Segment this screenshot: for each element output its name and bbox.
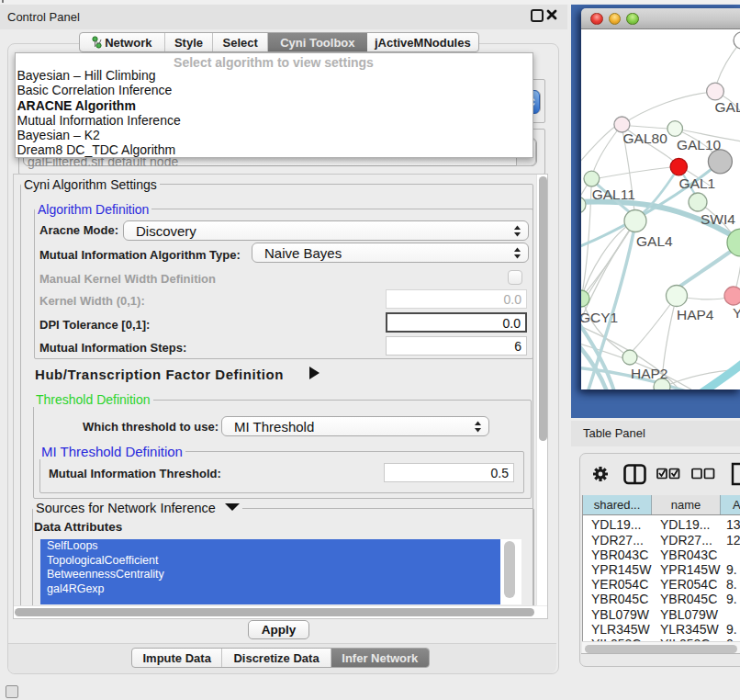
svg-text:SWI4: SWI4 — [701, 211, 735, 227]
svg-text:HAP2: HAP2 — [631, 366, 668, 381]
svg-text:HAP4: HAP4 — [677, 307, 714, 322]
svg-text:GAL7: GAL7 — [715, 99, 740, 115]
svg-text:GAL10: GAL10 — [677, 137, 722, 152]
svg-text:GAL80: GAL80 — [623, 130, 668, 146]
svg-text:GAL1: GAL1 — [679, 175, 716, 191]
svg-text:GAL4: GAL4 — [636, 233, 673, 249]
svg-text:GAL11: GAL11 — [592, 186, 635, 202]
svg-text:GCY1: GCY1 — [581, 310, 618, 325]
svg-text:Y: Y — [733, 305, 740, 321]
